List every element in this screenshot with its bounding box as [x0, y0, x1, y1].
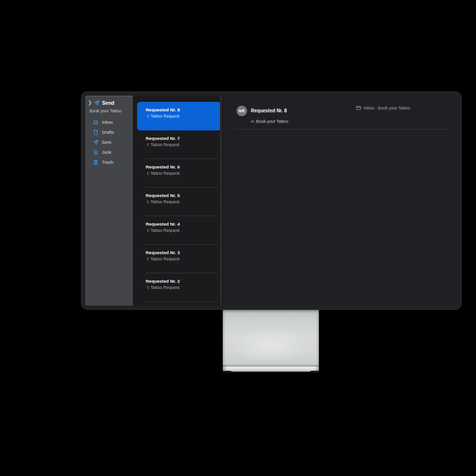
message-title: Requested Nr. 4 — [146, 221, 217, 227]
trash-can-icon — [93, 159, 99, 165]
message-subtitle: I: Tattoo Request — [146, 256, 217, 262]
mail-app-window: ❯ Send Book your Tattoo Inbox — [85, 96, 457, 306]
chevron-right-icon[interactable]: ❯ — [88, 100, 92, 105]
draft-page-icon — [93, 129, 99, 135]
inbox-tray-icon — [93, 119, 99, 125]
sidebar-item-trash[interactable]: Trash — [85, 157, 133, 167]
sidebar-item-inbox[interactable]: Inbox — [85, 117, 133, 127]
sidebar-account-subtitle: Book your Tattoo — [89, 109, 121, 113]
mailbox-path-label: Inbox - Book your Tattoo — [364, 106, 410, 110]
sidebar-item-label: Inbox — [102, 119, 113, 125]
sidebar-item-label: Junk — [102, 149, 111, 155]
sidebar-item-label: Trash — [102, 159, 113, 165]
recipient-line: A: Book your Tattoo — [251, 119, 288, 124]
message-subtitle: I: Tattoo Request — [146, 142, 217, 148]
stand-highlight — [232, 326, 309, 360]
reading-pane: NR Requested Nr. 8 Inbox - Book your Tat… — [222, 96, 457, 306]
sidebar-item-label: Drafts — [102, 129, 114, 135]
message-title: Requested Nr. 7 — [146, 135, 217, 141]
paper-plane-icon — [93, 139, 99, 145]
sidebar-item-label: Sent — [102, 139, 111, 145]
message-title: Requested Nr. 2 — [146, 278, 217, 284]
sidebar-account-title: Send — [102, 100, 115, 106]
mailbox-list: Inbox Drafts Sent — [85, 117, 133, 167]
message-list-item[interactable]: Requested Nr. 8 I: Tattoo Request — [137, 102, 221, 130]
message-subtitle: I: Tattoo Request — [146, 228, 217, 233]
sidebar-item-junk[interactable]: Junk — [85, 147, 133, 157]
junk-bin-icon — [93, 149, 99, 155]
message-list-item[interactable]: Requested Nr. 2 I: Tattoo Request — [133, 273, 222, 302]
monitor-stand-foot — [223, 366, 319, 372]
message-title: Requested Nr. 6 — [146, 164, 217, 170]
sidebar-account-send[interactable]: ❯ Send — [88, 100, 114, 106]
sidebar-item-sent[interactable]: Sent — [85, 137, 133, 147]
sender-avatar: NR — [237, 106, 247, 116]
header-divider — [234, 129, 450, 129]
message-list-item[interactable]: Requested Nr. 7 I: Tattoo Request — [133, 130, 222, 159]
mailbox-sidebar: ❯ Send Book your Tattoo Inbox — [85, 96, 133, 306]
message-title: Requested Nr. 5 — [146, 192, 217, 198]
desktop-background: ❯ Send Book your Tattoo Inbox — [0, 0, 476, 476]
message-subtitle: I: Tattoo Request — [146, 285, 217, 290]
message-list: Requested Nr. 8 I: Tattoo Request Reques… — [133, 96, 222, 306]
message-subtitle: I: Tattoo Request — [146, 199, 217, 205]
sidebar-item-drafts[interactable]: Drafts — [85, 127, 133, 137]
message-subtitle: I: Tattoo Request — [146, 113, 216, 119]
monitor-stand — [223, 309, 319, 372]
paper-plane-icon — [94, 100, 99, 106]
message-list-item[interactable]: Requested Nr. 5 I: Tattoo Request — [133, 188, 222, 216]
message-list-item[interactable]: Requested Nr. 6 I: Tattoo Request — [133, 159, 222, 188]
message-title: Requested Nr. 3 — [146, 249, 217, 256]
monitor-bezel: ❯ Send Book your Tattoo Inbox — [81, 91, 462, 310]
message-subject: Requested Nr. 8 — [251, 108, 287, 113]
message-list-item[interactable]: Requested Nr. 4 I: Tattoo Request — [133, 216, 222, 245]
sidebar-top-divider — [85, 96, 133, 97]
mailbox-path: Inbox - Book your Tattoo — [356, 105, 410, 110]
list-divider — [146, 301, 217, 302]
message-list-item[interactable]: Requested Nr. 3 I: Tattoo Request — [133, 245, 222, 273]
folder-icon — [356, 105, 361, 110]
message-subtitle: I: Tattoo Request — [146, 170, 217, 176]
message-title: Requested Nr. 8 — [146, 107, 216, 113]
monitor-stand-body — [223, 309, 319, 366]
